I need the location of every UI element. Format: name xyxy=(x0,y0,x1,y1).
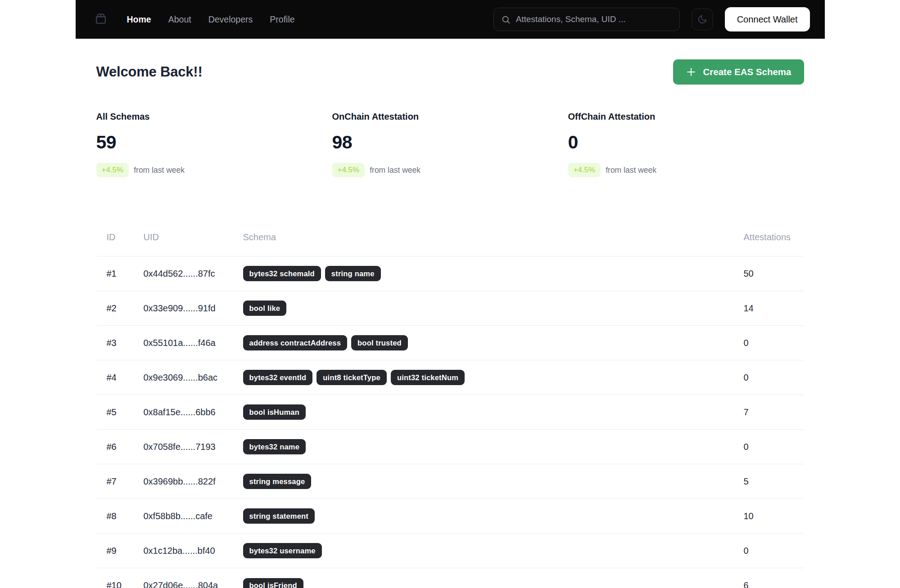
plus-icon xyxy=(686,67,696,77)
table-row[interactable]: #10x44d562......87fcbytes32 schemaIdstri… xyxy=(96,256,804,291)
row-uid: 0x44d562......87fc xyxy=(144,269,243,279)
table-row[interactable]: #40x9e3069......b6acbytes32 eventIduint8… xyxy=(96,360,804,395)
schema-field-badge: bytes32 name xyxy=(243,439,306,454)
row-uid: 0x7058fe......7193 xyxy=(144,442,243,452)
stat-delta-row: +4.5%from last week xyxy=(568,163,804,177)
stat-delta-row: +4.5%from last week xyxy=(96,163,332,177)
schema-field-badge: string name xyxy=(325,266,381,281)
stat-label: OffChain Attestation xyxy=(568,112,804,122)
row-id: #10 xyxy=(107,580,144,588)
nav-link-about[interactable]: About xyxy=(168,14,191,25)
moon-icon xyxy=(697,14,707,24)
row-attestations: 5 xyxy=(744,476,804,487)
column-header-uid: UID xyxy=(144,232,243,242)
schema-field-badge: bool trusted xyxy=(351,335,408,350)
row-uid: 0x27d06e......804a xyxy=(144,580,243,588)
table-row[interactable]: #50x8af15e......6bb6bool isHuman7 xyxy=(96,395,804,430)
schema-field-badge: bytes32 username xyxy=(243,543,322,558)
row-id: #9 xyxy=(107,546,144,556)
nav-link-home[interactable]: Home xyxy=(127,14,151,25)
row-attestations: 7 xyxy=(744,407,804,417)
row-schema: bytes32 eventIduint8 ticketTypeuint32 ti… xyxy=(243,370,744,385)
table-row[interactable]: #70x3969bb......822fstring message5 xyxy=(96,464,804,499)
table-row[interactable]: #100x27d06e......804abool isFriend6 xyxy=(96,568,804,588)
search-input[interactable] xyxy=(516,14,672,24)
table-body: #10x44d562......87fcbytes32 schemaIdstri… xyxy=(96,256,804,588)
row-attestations: 0 xyxy=(744,373,804,383)
row-id: #2 xyxy=(107,303,144,314)
schema-table: ID UID Schema Attestations #10x44d562...… xyxy=(96,232,804,588)
row-id: #1 xyxy=(107,269,144,279)
row-schema: bool like xyxy=(243,301,744,316)
schema-field-badge: bool isHuman xyxy=(243,404,306,420)
row-attestations: 6 xyxy=(744,580,804,588)
schema-field-badge: uint8 ticketType xyxy=(317,370,387,385)
stat-card: All Schemas59+4.5%from last week xyxy=(96,112,332,177)
row-uid: 0x9e3069......b6ac xyxy=(144,373,243,383)
row-schema: bytes32 username xyxy=(243,543,744,558)
row-uid: 0x8af15e......6bb6 xyxy=(144,407,243,417)
search-icon xyxy=(501,15,511,24)
row-attestations: 0 xyxy=(744,338,804,348)
row-schema: bool isHuman xyxy=(243,404,744,420)
table-row[interactable]: #80xf58b8b......cafestring statement10 xyxy=(96,499,804,534)
stat-card: OffChain Attestation0+4.5%from last week xyxy=(568,112,804,177)
schema-field-badge: string message xyxy=(243,474,312,489)
column-header-attestations: Attestations xyxy=(744,232,804,242)
row-schema: bytes32 name xyxy=(243,439,744,454)
stat-delta-row: +4.5%from last week xyxy=(332,163,568,177)
stat-value: 59 xyxy=(96,132,332,153)
delta-badge: +4.5% xyxy=(568,163,601,177)
delta-badge: +4.5% xyxy=(332,163,365,177)
stat-value: 98 xyxy=(332,132,568,153)
create-button-label: Create EAS Schema xyxy=(703,67,791,77)
schema-field-badge: bool isFriend xyxy=(243,578,303,588)
table-header: ID UID Schema Attestations xyxy=(96,232,804,256)
page-container: Home About Developers Profile Connect Wa… xyxy=(76,0,825,588)
column-header-id: ID xyxy=(107,232,144,242)
nav-link-developers[interactable]: Developers xyxy=(208,14,253,25)
row-uid: 0xf58b8b......cafe xyxy=(144,511,243,521)
table-row[interactable]: #30x55101a......f46aaddress contractAddr… xyxy=(96,326,804,360)
row-uid: 0x33e909......91fd xyxy=(144,303,243,314)
schema-field-badge: bytes32 eventId xyxy=(243,370,313,385)
nav-link-profile[interactable]: Profile xyxy=(270,14,294,25)
connect-wallet-button[interactable]: Connect Wallet xyxy=(725,7,810,31)
table-row[interactable]: #90x1c12ba......bf40bytes32 username0 xyxy=(96,534,804,568)
delta-note: from last week xyxy=(370,166,421,175)
stat-card: OnChain Attestation98+4.5%from last week xyxy=(332,112,568,177)
row-uid: 0x3969bb......822f xyxy=(144,476,243,487)
stat-value: 0 xyxy=(568,132,804,153)
create-eas-schema-button[interactable]: Create EAS Schema xyxy=(673,59,804,85)
schema-field-badge: uint32 ticketNum xyxy=(391,370,465,385)
package-icon xyxy=(94,11,108,27)
brand-logo[interactable] xyxy=(94,11,108,27)
row-attestations: 10 xyxy=(744,511,804,521)
search-box[interactable] xyxy=(493,8,680,31)
schema-field-badge: bool like xyxy=(243,301,287,316)
row-id: #5 xyxy=(107,407,144,417)
nav-links: Home About Developers Profile xyxy=(127,14,295,25)
row-id: #6 xyxy=(107,442,144,452)
row-attestations: 14 xyxy=(744,303,804,314)
row-attestations: 0 xyxy=(744,546,804,556)
page-header: Welcome Back!! Create EAS Schema xyxy=(96,59,804,85)
row-attestations: 0 xyxy=(744,442,804,452)
row-attestations: 50 xyxy=(744,269,804,279)
theme-toggle-button[interactable] xyxy=(692,9,713,30)
row-id: #7 xyxy=(107,476,144,487)
row-schema: string message xyxy=(243,474,744,489)
main-content: Welcome Back!! Create EAS Schema All Sch… xyxy=(76,59,825,588)
row-uid: 0x1c12ba......bf40 xyxy=(144,546,243,556)
row-id: #4 xyxy=(107,373,144,383)
top-navbar: Home About Developers Profile Connect Wa… xyxy=(76,0,825,39)
stat-label: All Schemas xyxy=(96,112,332,122)
row-schema: bytes32 schemaIdstring name xyxy=(243,266,744,281)
delta-note: from last week xyxy=(606,166,656,175)
table-row[interactable]: #60x7058fe......7193bytes32 name0 xyxy=(96,430,804,464)
schema-field-badge: address contractAddress xyxy=(243,335,348,350)
table-row[interactable]: #20x33e909......91fdbool like14 xyxy=(96,291,804,326)
row-schema: bool isFriend xyxy=(243,578,744,588)
stats-row: All Schemas59+4.5%from last weekOnChain … xyxy=(96,112,804,177)
row-uid: 0x55101a......f46a xyxy=(144,338,243,348)
